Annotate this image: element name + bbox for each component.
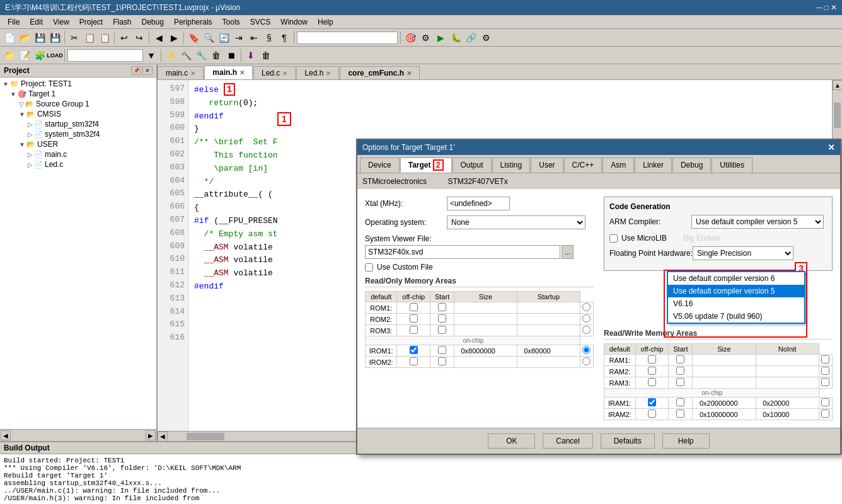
irom1-default[interactable] <box>410 346 418 354</box>
menu-debug[interactable]: Debug <box>137 16 169 28</box>
target-selector[interactable]: Target 1 <box>67 49 143 62</box>
tab-ledh[interactable]: Led.h ✕ <box>296 66 339 79</box>
rom3-start[interactable] <box>460 326 510 335</box>
scroll-left[interactable]: ◀ <box>1 430 11 440</box>
compiler-option-5[interactable]: Use default compiler version 5 <box>668 285 804 297</box>
ram2-default[interactable] <box>648 367 656 375</box>
ram3-noinit[interactable] <box>821 378 829 386</box>
iram1-start[interactable] <box>699 399 749 408</box>
rom2-start[interactable] <box>460 315 510 324</box>
dtab-output[interactable]: Output <box>453 158 492 173</box>
erase-btn[interactable]: 🗑 <box>259 49 273 62</box>
menu-file[interactable]: File <box>3 16 25 28</box>
bookmark-btn[interactable]: 🔖 <box>187 31 200 45</box>
target-dd-btn[interactable]: ▼ <box>144 49 158 62</box>
search-btn[interactable]: 🔍 <box>202 31 216 45</box>
tab-mainc[interactable]: main.c ✕ <box>158 66 204 79</box>
rebuild-btn[interactable]: 🔧 <box>194 49 208 62</box>
iram1-noinit[interactable] <box>821 398 829 406</box>
tree-cmsis[interactable]: ▼ 📂 CMSIS <box>1 109 155 119</box>
menu-help[interactable]: Help <box>313 16 338 28</box>
dtab-utilities[interactable]: Utilities <box>712 158 753 173</box>
menu-flash[interactable]: Flash <box>108 16 136 28</box>
clean-btn[interactable]: 🗑 <box>209 49 223 62</box>
menu-window[interactable]: Window <box>275 16 313 28</box>
tree-mainc[interactable]: ▷ 📄 main.c <box>1 149 155 159</box>
tab-ledc-close[interactable]: ✕ <box>282 70 287 77</box>
hscroll-thumb[interactable] <box>187 433 224 440</box>
ram2-offchip[interactable] <box>676 367 684 375</box>
sysviewer-browse-btn[interactable]: ... <box>562 245 574 259</box>
back-btn[interactable]: ◀ <box>152 31 166 45</box>
tree-source-group[interactable]: ▽ 📂 Source Group 1 <box>1 99 155 109</box>
dtab-debug[interactable]: Debug <box>672 158 711 173</box>
irom2-startup[interactable] <box>582 357 591 365</box>
download-btn[interactable]: ⬇ <box>244 49 258 62</box>
irom2-size[interactable] <box>523 358 574 367</box>
irom2-start[interactable] <box>460 358 510 367</box>
unindent-btn[interactable]: ⇤ <box>247 31 261 45</box>
rom3-startup[interactable] <box>582 326 591 334</box>
ram1-start[interactable] <box>699 356 749 365</box>
settings-btn[interactable]: ⚙ <box>479 31 493 45</box>
tree-startup[interactable]: ▷ 📄 startup_stm32f4 <box>1 119 155 129</box>
os-select[interactable]: None <box>447 215 585 229</box>
uncomment-btn[interactable]: ¶ <box>277 31 291 45</box>
ram2-noinit[interactable] <box>821 367 829 375</box>
compiler-select[interactable]: Use default compiler version 5 <box>691 215 824 229</box>
iram2-offchip[interactable] <box>676 410 684 418</box>
hscroll-left[interactable]: ◀ <box>158 432 168 442</box>
compiler-option-6[interactable]: Use default compiler version 6 <box>668 272 804 285</box>
menu-tools[interactable]: Tools <box>217 16 245 28</box>
build-btn[interactable]: 🔨 <box>179 49 193 62</box>
dtab-asm[interactable]: Asm <box>603 158 634 173</box>
menu-project[interactable]: Project <box>74 16 108 28</box>
rom1-startup[interactable] <box>582 303 591 311</box>
tree-target1[interactable]: ▼ 🎯 Target 1 <box>1 89 155 99</box>
ram3-start[interactable] <box>699 379 749 387</box>
iram2-noinit[interactable] <box>821 410 829 418</box>
rom1-default[interactable] <box>410 303 418 311</box>
dtab-linker[interactable]: Linker <box>635 158 672 173</box>
scroll-right[interactable]: ▶ <box>146 430 156 440</box>
iram1-offchip[interactable] <box>676 398 684 406</box>
ram3-size[interactable] <box>762 379 812 387</box>
irom2-offchip[interactable] <box>438 357 446 365</box>
rom2-default[interactable] <box>410 314 418 323</box>
dtab-device[interactable]: Device <box>360 158 400 173</box>
xtal-input[interactable] <box>447 197 510 210</box>
irom1-startup[interactable] <box>582 346 591 354</box>
copy-btn[interactable]: 📋 <box>83 31 96 45</box>
dialog-help-btn[interactable]: Help <box>662 433 710 449</box>
rom2-startup[interactable] <box>582 314 591 323</box>
function-search[interactable]: USART2_IRQHandler <box>297 32 398 44</box>
ram1-offchip[interactable] <box>676 355 684 364</box>
iram1-default[interactable] <box>648 398 656 406</box>
rom2-offchip[interactable] <box>438 314 446 323</box>
redo-btn[interactable]: ↪ <box>132 31 146 45</box>
panel-close-btn[interactable]: ✕ <box>142 66 153 75</box>
tree-system[interactable]: ▷ 📄 system_stm32f4 <box>1 129 155 139</box>
microlib-checkbox[interactable] <box>609 234 618 243</box>
indent-btn[interactable]: ⇥ <box>232 31 246 45</box>
config-btn[interactable]: ⚙ <box>418 31 432 45</box>
options-btn[interactable]: ⚡ <box>164 49 178 62</box>
cut-btn[interactable]: ✂ <box>67 31 81 45</box>
stop-btn[interactable]: ⏹ <box>224 49 238 62</box>
save-btn[interactable]: 💾 <box>33 31 47 45</box>
replace-btn[interactable]: 🔄 <box>217 31 231 45</box>
open-btn[interactable]: 📂 <box>18 31 32 45</box>
iram2-default[interactable] <box>648 410 656 418</box>
fwd-btn[interactable]: ▶ <box>167 31 181 45</box>
tree-project[interactable]: ▼ 📁 Project: TEST1 <box>1 79 155 89</box>
tab-corecm[interactable]: core_cmFunc.h ✕ <box>340 66 420 79</box>
tab-mainh-close[interactable]: ✕ <box>239 69 245 76</box>
dialog-close-btn[interactable]: ✕ <box>828 142 835 152</box>
scroll-up[interactable]: ▲ <box>833 80 842 90</box>
menu-svcs[interactable]: SVCS <box>245 16 276 28</box>
sysviewer-input[interactable] <box>365 245 560 259</box>
tab-ledh-close[interactable]: ✕ <box>326 70 331 77</box>
tree-ledc[interactable]: ▷ 📄 Led.c <box>1 159 155 169</box>
ram2-size[interactable] <box>762 367 812 376</box>
menu-peripherals[interactable]: Peripherals <box>169 16 217 28</box>
